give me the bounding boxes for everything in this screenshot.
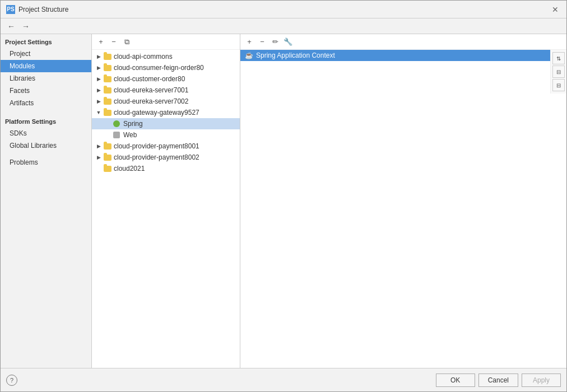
bottom-left: ? xyxy=(6,375,433,386)
edit-context-button[interactable]: ✏ xyxy=(269,36,281,48)
tree-item-cloud-consumer-feign-order80[interactable]: ▶ cloud-consumer-feign-order80 xyxy=(92,62,240,73)
folder-icon xyxy=(103,97,112,105)
tree-item-spring[interactable]: Spring xyxy=(92,118,240,129)
tree-toggle: ▶ xyxy=(94,86,103,95)
tree-item-web[interactable]: Web xyxy=(92,129,240,141)
tree-toggle: ▶ xyxy=(94,142,103,151)
title-bar-left: PS Project Structure xyxy=(6,5,68,14)
middle-toolbar: + − ⧉ xyxy=(92,34,240,50)
web-icon xyxy=(112,131,121,139)
bottom-bar: ? OK Cancel Apply xyxy=(1,368,566,391)
sidebar-item-project[interactable]: Project xyxy=(1,48,91,60)
tree-toggle: ▶ xyxy=(94,63,103,72)
help-button[interactable]: ? xyxy=(6,375,17,386)
tree-toggle: ▶ xyxy=(94,153,103,162)
tree-item-cloud2021[interactable]: cloud2021 xyxy=(92,163,240,174)
right-panel: + − ✏ 🔧 ☕ Spring Application Context ⇅ ⊟… xyxy=(240,34,566,368)
sidebar-item-libraries[interactable]: Libraries xyxy=(1,72,91,85)
tree-toggle-expanded: ▼ xyxy=(94,108,103,117)
tree-toggle-leaf xyxy=(108,130,112,139)
tree-item-cloud-api-commons[interactable]: ▶ cloud-api-commons xyxy=(92,51,240,62)
folder-icon xyxy=(103,153,112,161)
wrench-context-button[interactable]: 🔧 xyxy=(282,36,294,48)
module-tree: ▶ cloud-api-commons ▶ cloud-consumer-fei… xyxy=(92,50,240,368)
cancel-button[interactable]: Cancel xyxy=(478,374,518,387)
folder-icon xyxy=(103,64,112,72)
app-icon: PS xyxy=(6,5,15,14)
folder-icon xyxy=(103,142,112,150)
apply-button[interactable]: Apply xyxy=(522,374,561,387)
collapse-button[interactable]: ⊟ xyxy=(552,79,565,91)
add-context-button[interactable]: + xyxy=(244,36,255,48)
title-bar: PS Project Structure ✕ xyxy=(1,1,566,18)
forward-button[interactable]: → xyxy=(20,21,32,32)
sidebar-item-sdks[interactable]: SDKs xyxy=(1,127,91,139)
tree-toggle: ▶ xyxy=(94,52,103,61)
folder-icon xyxy=(103,53,112,60)
tree-item-cloud-gateway-gateway9527[interactable]: ▼ cloud-gateway-gateway9527 xyxy=(92,107,240,118)
nav-bar: ← → xyxy=(1,18,566,34)
folder-icon xyxy=(103,109,112,116)
close-button[interactable]: ✕ xyxy=(550,4,561,15)
folder-icon xyxy=(103,86,112,94)
project-structure-dialog: PS Project Structure ✕ ← → Project Setti… xyxy=(0,0,567,392)
spring-icon xyxy=(112,120,121,128)
folder-icon xyxy=(103,165,112,172)
middle-panel: + − ⧉ ▶ cloud-api-commons ▶ cloud-consum… xyxy=(92,34,240,368)
tree-item-cloud-eureka-server7001[interactable]: ▶ cloud-eureka-server7001 xyxy=(92,85,240,96)
project-settings-header: Project Settings xyxy=(1,34,91,48)
arrow-annotation xyxy=(240,50,408,134)
tree-toggle: ▶ xyxy=(94,97,103,106)
sidebar-item-global-libraries[interactable]: Global Libraries xyxy=(1,139,91,152)
remove-context-button[interactable]: − xyxy=(257,36,268,48)
tree-item-cloud-provider-payment8001[interactable]: ▶ cloud-provider-payment8001 xyxy=(92,141,240,152)
tree-toggle-leaf xyxy=(94,164,103,173)
context-icon: ☕ xyxy=(245,52,253,59)
sidebar-item-facets[interactable]: Facets xyxy=(1,85,91,97)
tree-toggle: ▶ xyxy=(94,74,103,83)
tree-item-cloud-provider-payment8002[interactable]: ▶ cloud-provider-payment8002 xyxy=(92,152,240,163)
sidebar-item-problems[interactable]: Problems xyxy=(1,156,91,169)
left-panel: Project Settings Project Modules Librari… xyxy=(1,34,92,368)
remove-module-button[interactable]: − xyxy=(108,36,119,48)
ok-button[interactable]: OK xyxy=(436,374,475,387)
main-content: Project Settings Project Modules Librari… xyxy=(1,34,566,368)
copy-module-button[interactable]: ⧉ xyxy=(121,36,132,48)
tree-item-cloud-customer-order80[interactable]: ▶ cloud-customer-order80 xyxy=(92,73,240,85)
platform-settings-header: Platform Settings xyxy=(1,114,91,127)
right-side-buttons: ⇅ ⊟ ⊟ xyxy=(550,50,566,94)
tree-toggle-leaf xyxy=(108,119,112,128)
sidebar-item-artifacts[interactable]: Artifacts xyxy=(1,97,91,109)
right-toolbar: + − ✏ 🔧 xyxy=(240,34,566,50)
dialog-title: Project Structure xyxy=(18,6,68,13)
folder-icon xyxy=(103,75,112,83)
spring-application-context-item[interactable]: ☕ Spring Application Context xyxy=(240,50,566,61)
back-button[interactable]: ← xyxy=(5,21,17,32)
sidebar-item-modules[interactable]: Modules xyxy=(1,60,91,72)
add-module-button[interactable]: + xyxy=(95,36,106,48)
sort-button[interactable]: ⇅ xyxy=(552,52,565,64)
tree-item-cloud-eureka-server7002[interactable]: ▶ cloud-eureka-server7002 xyxy=(92,96,240,107)
expand-button[interactable]: ⊟ xyxy=(552,66,565,78)
